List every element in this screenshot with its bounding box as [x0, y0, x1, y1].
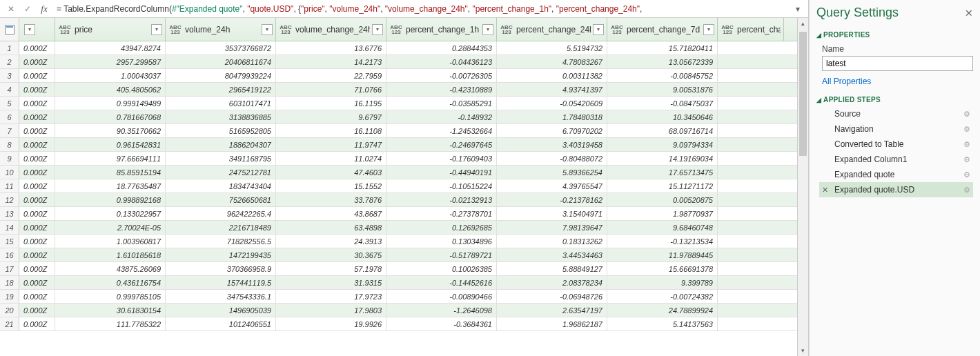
cell[interactable]: 347543336.1 — [166, 290, 276, 303]
cell[interactable]: 0.999785105 — [55, 290, 166, 303]
cell[interactable]: 0.000Z — [19, 235, 55, 248]
table-row[interactable]: 110.000Z18.77635487183474340415.1552-0.1… — [0, 179, 797, 193]
cell[interactable]: 18.77635487 — [55, 179, 166, 192]
cell[interactable]: -1.24532664 — [386, 124, 497, 137]
cell[interactable]: 0.436116754 — [55, 276, 166, 289]
table-row[interactable]: 100.000Z85.85915194247521278147.4603-0.4… — [0, 166, 797, 179]
cell[interactable]: 3491168795 — [166, 152, 276, 165]
column-dropdown-button[interactable]: ▾ — [593, 24, 604, 35]
cell[interactable]: 5165952805 — [166, 124, 276, 137]
cell[interactable]: 0.10026385 — [386, 262, 497, 275]
cell[interactable]: 2475212781 — [166, 166, 276, 179]
cell[interactable]: 0.000Z — [19, 207, 55, 220]
cell[interactable]: -0.10515224 — [386, 179, 497, 192]
cell[interactable]: 5.89366254 — [497, 166, 607, 179]
cell[interactable]: 10.3450646 — [607, 110, 718, 123]
gear-icon[interactable]: ⚙ — [963, 110, 970, 119]
cell[interactable]: 43947.8274 — [55, 41, 166, 55]
scroll-down-button[interactable]: ▾ — [798, 345, 808, 356]
all-properties-link[interactable]: All Properties — [822, 77, 973, 86]
table-row[interactable]: 150.000Z1.003960817718282556.524.39130.1… — [0, 235, 797, 248]
cell[interactable]: 0.000Z — [19, 83, 55, 96]
cell[interactable]: 3138836885 — [166, 110, 276, 123]
cell[interactable]: 111.7785322 — [55, 317, 166, 330]
cell[interactable]: 157441119.5 — [166, 276, 276, 289]
applied-steps-section-header[interactable]: APPLIED STEPS — [816, 96, 973, 103]
cell[interactable]: 43875.26069 — [55, 262, 166, 275]
cell[interactable]: -0.80488072 — [497, 152, 607, 165]
cell[interactable]: 0.12692685 — [386, 221, 497, 234]
cell[interactable]: 15.1552 — [276, 179, 386, 192]
cell[interactable]: -0.00890466 — [386, 290, 497, 303]
cell[interactable]: -0.00726305 — [386, 69, 497, 82]
gear-icon[interactable]: ⚙ — [963, 186, 970, 195]
cell[interactable]: 0.000Z — [19, 262, 55, 275]
vertical-scrollbar[interactable]: ▴ ▾ — [797, 18, 808, 356]
column-header-blank[interactable]: ▾ — [19, 18, 55, 41]
cell[interactable]: -0.27378701 — [386, 207, 497, 220]
delete-step-icon[interactable]: ✕ — [822, 186, 828, 195]
cell[interactable]: 16.1108 — [276, 124, 386, 137]
cell[interactable]: -0.04436123 — [386, 55, 497, 68]
row-number[interactable]: 1 — [0, 41, 19, 55]
row-number[interactable]: 6 — [0, 110, 19, 123]
cell[interactable]: 19.9926 — [276, 317, 386, 330]
cell[interactable]: 0.000Z — [19, 317, 55, 330]
cell[interactable]: -0.148932 — [386, 110, 497, 123]
applied-step[interactable]: ✕Expanded quote.USD⚙ — [819, 182, 973, 197]
cell[interactable]: 2216718489 — [166, 221, 276, 234]
cell[interactable]: 962422265.4 — [166, 207, 276, 220]
cell[interactable]: 1.98770937 — [607, 207, 718, 220]
row-number[interactable]: 9 — [0, 152, 19, 165]
applied-step[interactable]: Expanded quote⚙ — [819, 167, 973, 182]
cell[interactable]: 1.003960817 — [55, 235, 166, 248]
column-dropdown-button[interactable]: ▾ — [372, 24, 383, 35]
cell[interactable]: 0.13034896 — [386, 235, 497, 248]
column-dropdown-button[interactable]: ▾ — [262, 24, 273, 35]
row-number[interactable]: 16 — [0, 248, 19, 261]
table-row[interactable]: 90.000Z97.66694111349116879511.0274-0.17… — [0, 152, 797, 166]
cell[interactable]: 35373766872 — [166, 41, 276, 55]
cell[interactable]: 0.000Z — [19, 124, 55, 137]
table-row[interactable]: 20.000Z2957.2995872040681167414.2173-0.0… — [0, 55, 797, 69]
cell[interactable]: 24.3913 — [276, 235, 386, 248]
cell[interactable]: 9.00531876 — [607, 83, 718, 96]
column-header-volume_24h[interactable]: ABC123volume_24h▾ — [166, 18, 276, 41]
cell[interactable]: 718282556.5 — [166, 235, 276, 248]
cell[interactable]: 0.000Z — [19, 166, 55, 179]
cell[interactable]: 15.11271172 — [607, 179, 718, 192]
cell[interactable]: 0.999149489 — [55, 97, 166, 110]
table-row[interactable]: 70.000Z90.35170662516595280516.1108-1.24… — [0, 124, 797, 138]
row-number[interactable]: 5 — [0, 97, 19, 110]
row-number[interactable]: 21 — [0, 317, 19, 330]
cell[interactable]: 17.9803 — [276, 304, 386, 317]
cell[interactable]: 1834743404 — [166, 179, 276, 192]
cell[interactable]: 22.7959 — [276, 69, 386, 82]
row-number[interactable]: 14 — [0, 221, 19, 234]
cell[interactable]: 1.96862187 — [497, 317, 607, 330]
cell[interactable]: 6031017471 — [166, 97, 276, 110]
cell[interactable]: 24.78899924 — [607, 304, 718, 317]
query-name-input[interactable] — [822, 56, 973, 71]
cell[interactable]: 0.000Z — [19, 138, 55, 151]
gear-icon[interactable]: ⚙ — [963, 125, 970, 134]
cell[interactable]: 5.5194732 — [497, 41, 607, 55]
row-number[interactable]: 18 — [0, 276, 19, 289]
cell[interactable]: -1.2646098 — [386, 304, 497, 317]
cell[interactable]: 15.71820411 — [607, 41, 718, 55]
applied-step[interactable]: Converted to Table⚙ — [819, 137, 973, 152]
cell[interactable]: 30.61830154 — [55, 304, 166, 317]
cell[interactable]: 7526650681 — [166, 193, 276, 206]
table-row[interactable]: 10.000Z43947.82743537376687213.67760.288… — [0, 41, 797, 55]
table-row[interactable]: 30.000Z1.000430378047993922422.7959-0.00… — [0, 69, 797, 83]
column-dropdown-button[interactable]: ▾ — [24, 24, 35, 35]
cell[interactable]: 14.2173 — [276, 55, 386, 68]
cell[interactable]: -0.05420609 — [497, 97, 607, 110]
cell[interactable]: 4.78083267 — [497, 55, 607, 68]
applied-step[interactable]: Expanded Column1⚙ — [819, 152, 973, 167]
cell[interactable]: 11.9747 — [276, 138, 386, 151]
cell[interactable]: 17.9723 — [276, 290, 386, 303]
cell[interactable]: 0.00311382 — [497, 69, 607, 82]
table-row[interactable]: 80.000Z0.961542831188620430711.9747-0.24… — [0, 138, 797, 152]
cell[interactable]: -0.21378162 — [497, 193, 607, 206]
